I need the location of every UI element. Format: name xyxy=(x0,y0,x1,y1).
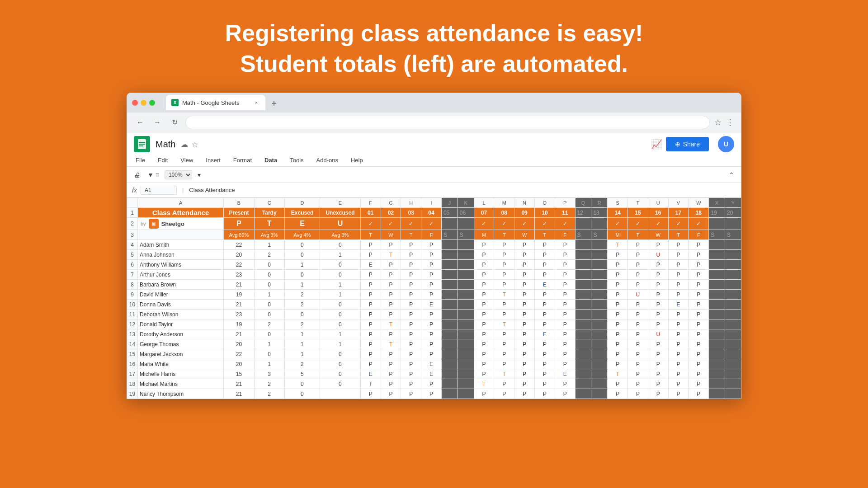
cell-c8[interactable]: 0 xyxy=(254,280,284,290)
cell-o17[interactable]: P xyxy=(534,369,555,379)
cell-s9[interactable]: P xyxy=(608,290,628,300)
cell-w10[interactable]: P xyxy=(689,300,709,310)
cell-y12[interactable] xyxy=(725,319,741,329)
browser-menu-button[interactable]: ⋮ xyxy=(726,117,734,127)
cell-r19[interactable] xyxy=(591,389,608,399)
cell-r15[interactable] xyxy=(591,349,608,359)
cell-u14[interactable]: P xyxy=(648,339,668,349)
cell-l3[interactable]: M xyxy=(474,230,494,240)
cell-y9[interactable] xyxy=(725,290,741,300)
cell-w7[interactable]: P xyxy=(689,270,709,280)
cell-o6[interactable]: P xyxy=(534,260,555,270)
col-O[interactable]: O xyxy=(534,198,555,208)
cell-o14[interactable]: P xyxy=(534,339,555,349)
cell-l5[interactable]: P xyxy=(474,250,494,260)
cell-s2[interactable]: ✓ xyxy=(608,218,628,230)
bookmark-button[interactable]: ☆ xyxy=(714,117,722,127)
cell-v8[interactable]: P xyxy=(668,280,689,290)
refresh-button[interactable]: ↻ xyxy=(168,116,181,129)
col-B[interactable]: B xyxy=(224,198,254,208)
cell-m7[interactable]: P xyxy=(494,270,514,280)
cell-v15[interactable]: P xyxy=(668,349,689,359)
cell-q1[interactable]: 12 xyxy=(575,208,591,218)
cell-y7[interactable] xyxy=(725,270,741,280)
cell-e10[interactable]: 0 xyxy=(320,300,361,310)
col-U[interactable]: U xyxy=(648,198,668,208)
cell-b2[interactable]: P xyxy=(224,218,254,230)
cell-g19[interactable]: P xyxy=(381,389,401,399)
cell-e6[interactable]: 0 xyxy=(320,260,361,270)
cell-k15[interactable] xyxy=(458,349,474,359)
col-L[interactable]: L xyxy=(474,198,494,208)
tab-close-button[interactable]: × xyxy=(253,99,260,106)
cell-r16[interactable] xyxy=(591,359,608,369)
cell-s10[interactable]: P xyxy=(608,300,628,310)
cell-l15[interactable]: P xyxy=(474,349,494,359)
cell-r9[interactable] xyxy=(591,290,608,300)
cell-q4[interactable] xyxy=(575,240,591,250)
cell-v4[interactable]: P xyxy=(668,240,689,250)
cell-g2[interactable]: ✓ xyxy=(381,218,401,230)
cell-s7[interactable]: P xyxy=(608,270,628,280)
cell-h15[interactable]: P xyxy=(401,349,421,359)
cell-a18[interactable]: Michael Martins xyxy=(138,379,224,389)
cell-d6[interactable]: 1 xyxy=(284,260,320,270)
cell-n16[interactable]: P xyxy=(514,359,535,369)
col-X[interactable]: X xyxy=(709,198,725,208)
cell-m18[interactable]: P xyxy=(494,379,514,389)
cell-f17[interactable]: E xyxy=(360,369,381,379)
cell-p1[interactable]: 11 xyxy=(555,208,575,218)
cell-k19[interactable] xyxy=(458,389,474,399)
cell-u13[interactable]: U xyxy=(648,329,668,339)
cell-q7[interactable] xyxy=(575,270,591,280)
cell-g12[interactable]: T xyxy=(381,319,401,329)
cell-q16[interactable] xyxy=(575,359,591,369)
cell-h7[interactable]: P xyxy=(401,270,421,280)
menu-help[interactable]: Help xyxy=(349,156,365,164)
cell-h3[interactable]: T xyxy=(401,230,421,240)
cell-c6[interactable]: 0 xyxy=(254,260,284,270)
browser-tab-math[interactable]: S Math - Google Sheets × xyxy=(166,95,265,110)
cell-h1[interactable]: 03 xyxy=(401,208,421,218)
zoom-select[interactable]: 100% xyxy=(165,170,192,179)
cell-p11[interactable]: P xyxy=(555,310,575,319)
cell-d7[interactable]: 0 xyxy=(284,270,320,280)
cell-u9[interactable]: P xyxy=(648,290,668,300)
cell-g5[interactable]: T xyxy=(381,250,401,260)
cell-u4[interactable]: P xyxy=(648,240,668,250)
cell-d19[interactable]: 0 xyxy=(284,389,320,399)
cell-e16[interactable]: 0 xyxy=(320,359,361,369)
cell-t6[interactable]: P xyxy=(628,260,648,270)
cell-i15[interactable]: P xyxy=(421,349,442,359)
cell-n7[interactable]: P xyxy=(514,270,535,280)
cell-e12[interactable]: 0 xyxy=(320,319,361,329)
cell-k2[interactable] xyxy=(458,218,474,230)
cell-t16[interactable]: P xyxy=(628,359,648,369)
cell-c12[interactable]: 2 xyxy=(254,319,284,329)
cell-a12[interactable]: Donald Taylor xyxy=(138,319,224,329)
cell-c2[interactable]: T xyxy=(254,218,284,230)
cell-r18[interactable] xyxy=(591,379,608,389)
cell-h18[interactable]: P xyxy=(401,379,421,389)
cell-x19[interactable] xyxy=(709,389,725,399)
cell-o12[interactable]: P xyxy=(534,319,555,329)
col-M[interactable]: M xyxy=(494,198,514,208)
cell-c9[interactable]: 1 xyxy=(254,290,284,300)
cell-g3[interactable]: W xyxy=(381,230,401,240)
cell-v5[interactable]: P xyxy=(668,250,689,260)
cell-y13[interactable] xyxy=(725,329,741,339)
cell-f5[interactable]: P xyxy=(360,250,381,260)
cell-m19[interactable]: P xyxy=(494,389,514,399)
cell-v10[interactable]: E xyxy=(668,300,689,310)
cell-b8[interactable]: 21 xyxy=(224,280,254,290)
menu-edit[interactable]: Edit xyxy=(156,156,170,164)
cell-x12[interactable] xyxy=(709,319,725,329)
cell-l9[interactable]: P xyxy=(474,290,494,300)
cell-x15[interactable] xyxy=(709,349,725,359)
new-tab-button[interactable]: + xyxy=(267,97,281,110)
cell-a10[interactable]: Donna Davis xyxy=(138,300,224,310)
cell-f8[interactable]: P xyxy=(360,280,381,290)
cell-g16[interactable]: P xyxy=(381,359,401,369)
cell-g11[interactable]: P xyxy=(381,310,401,319)
cell-e5[interactable]: 1 xyxy=(320,250,361,260)
